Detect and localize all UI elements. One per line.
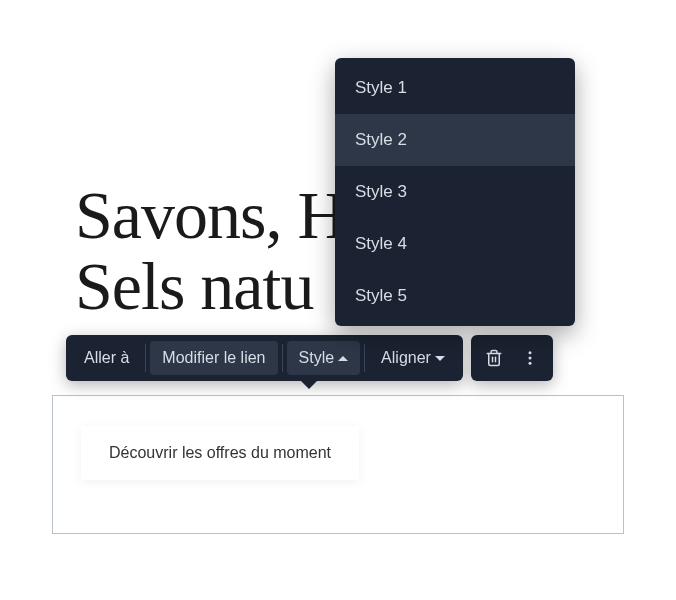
style-option-5[interactable]: Style 5 xyxy=(335,270,575,322)
chevron-up-icon xyxy=(338,356,348,361)
side-toolbar xyxy=(471,335,553,381)
floating-toolbar: Aller à Modifier le lien Style Aligner xyxy=(66,335,463,381)
delete-button[interactable] xyxy=(477,341,511,375)
heading-line-2: Sels natu xyxy=(75,248,313,324)
goto-button[interactable]: Aller à xyxy=(72,341,141,375)
page-heading: Savons, H Sels natu xyxy=(75,180,346,323)
style-option-3[interactable]: Style 3 xyxy=(335,166,575,218)
svg-point-2 xyxy=(528,351,531,354)
style-dropdown: Style 1 Style 2 Style 3 Style 4 Style 5 xyxy=(335,58,575,326)
style-option-4[interactable]: Style 4 xyxy=(335,218,575,270)
toolbar-divider xyxy=(145,344,146,372)
cta-button[interactable]: Découvrir les offres du moment xyxy=(81,426,359,480)
edit-link-label: Modifier le lien xyxy=(162,349,265,367)
style-option-1[interactable]: Style 1 xyxy=(335,62,575,114)
selected-element-outline[interactable]: Découvrir les offres du moment xyxy=(52,395,624,534)
floating-toolbar-wrapper: Aller à Modifier le lien Style Aligner xyxy=(66,335,553,381)
heading-line-1: Savons, H xyxy=(75,177,346,253)
more-vertical-icon xyxy=(521,349,539,367)
style-label: Style xyxy=(299,349,335,367)
svg-point-4 xyxy=(528,362,531,365)
chevron-down-icon xyxy=(435,356,445,361)
toolbar-divider xyxy=(364,344,365,372)
align-label: Aligner xyxy=(381,349,431,367)
style-option-2[interactable]: Style 2 xyxy=(335,114,575,166)
svg-point-3 xyxy=(528,357,531,360)
edit-link-button[interactable]: Modifier le lien xyxy=(150,341,277,375)
toolbar-divider xyxy=(282,344,283,372)
more-button[interactable] xyxy=(513,341,547,375)
style-button[interactable]: Style xyxy=(287,341,361,375)
goto-label: Aller à xyxy=(84,349,129,367)
align-button[interactable]: Aligner xyxy=(369,341,457,375)
trash-icon xyxy=(485,349,503,367)
